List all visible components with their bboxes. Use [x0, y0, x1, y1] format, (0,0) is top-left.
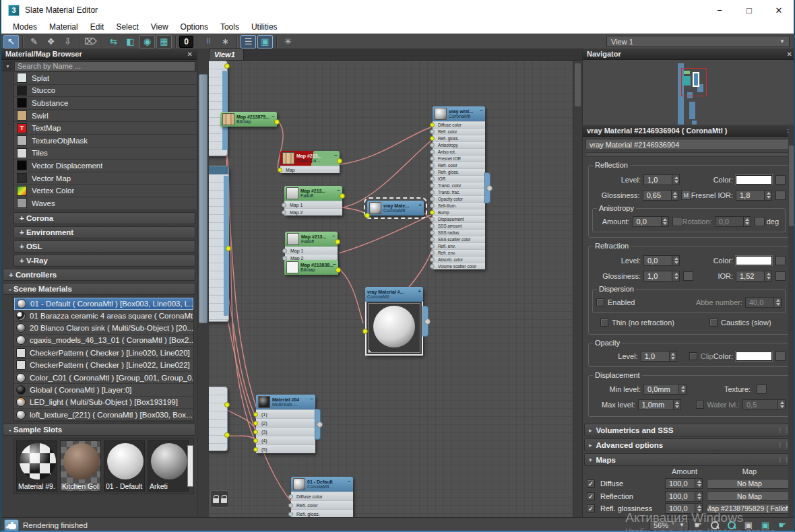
vray-material-node-selected[interactable]: vray Mate...CoronaMtl+ — [367, 201, 424, 215]
output-connector[interactable] — [484, 172, 490, 203]
menu-select[interactable]: Select — [110, 22, 144, 32]
node-collapse-icon[interactable]: − — [310, 396, 313, 402]
list-item-scene-material[interactable]: LED_light ( Multi/Sub-Object ) [Box19319… — [14, 397, 193, 409]
show-shaded-material-in-viewport-icon[interactable]: ◉ — [139, 35, 155, 48]
sample-slot[interactable]: Kitchen Gol... — [60, 440, 101, 492]
node-slot[interactable]: Refl. gloss. — [433, 135, 485, 141]
map-amount-spinner[interactable]: 100,0 — [665, 503, 703, 514]
reflection-glossiness-spinner[interactable]: 0,65 — [643, 190, 679, 201]
abbe-number-spinner[interactable]: 40,0 — [745, 297, 782, 308]
node-slot[interactable]: Map 1 — [284, 201, 342, 208]
zoom-region-icon[interactable] — [724, 519, 739, 531]
group-sample-slots[interactable]: - Sample Slots — [3, 424, 195, 436]
node-slot[interactable]: Absorb. color — [433, 256, 485, 263]
list-item-scene-material[interactable]: cgaxis_models_46_13_01 ( CoronaMtl ) [Bo… — [14, 335, 193, 347]
input-socket[interactable] — [362, 329, 368, 334]
browser-scrollbar[interactable] — [197, 48, 209, 517]
input-socket[interactable] — [430, 176, 435, 181]
sample-slot[interactable]: Material #9... — [16, 440, 57, 492]
group-osl[interactable]: + OSL — [13, 240, 195, 253]
reflection-color-map-button[interactable] — [775, 175, 786, 185]
node-slot[interactable]: Diffuse color — [433, 121, 485, 128]
input-socket[interactable] — [253, 412, 258, 417]
map-amount-spinner[interactable]: 100,0 — [665, 478, 703, 489]
node-header[interactable]: Material #04Multi/Sub-...− — [256, 395, 315, 409]
navigator-minimap[interactable] — [583, 60, 795, 125]
close-icon[interactable]: ✕ — [187, 51, 193, 58]
tab-view1[interactable]: View1 — [209, 48, 244, 60]
sample-slot[interactable]: 01 - Default... — [104, 440, 145, 492]
node-slot[interactable]: IOR — [433, 175, 485, 182]
node-slot[interactable]: Anisotropy — [433, 141, 485, 148]
pick-object-icon[interactable]: ✳ — [280, 35, 296, 48]
refraction-glossiness-map-button[interactable] — [683, 271, 693, 281]
list-item-map[interactable]: Stucco — [14, 85, 197, 98]
thin-refraction-checkbox[interactable] — [600, 319, 608, 327]
opacity-color-swatch[interactable] — [736, 352, 772, 361]
menu-material[interactable]: Material — [43, 22, 84, 32]
maximize-button[interactable]: □ — [734, 1, 764, 20]
node-slot[interactable]: Self-illum. — [433, 202, 485, 209]
material-name-field[interactable]: vray Material #2146936904 — [585, 139, 794, 150]
opacity-level-spinner[interactable]: 1,0 — [641, 351, 677, 362]
node-slot[interactable]: Transl. color — [433, 182, 485, 189]
max-level-spinner[interactable]: 1,0mm — [638, 399, 681, 410]
input-socket[interactable] — [278, 168, 282, 172]
render-map-icon[interactable]: ❖ — [43, 35, 59, 48]
show-end-result-icon[interactable]: 0 — [179, 36, 193, 48]
material-map-browser-toggle-icon[interactable]: ☰ — [241, 35, 256, 48]
node-slot[interactable]: (4) — [256, 436, 315, 444]
input-socket[interactable] — [288, 503, 293, 508]
map-enable-checkbox[interactable]: ✓ — [587, 492, 595, 500]
menu-view[interactable]: View — [145, 22, 174, 32]
refraction-glossiness-spinner[interactable]: 1,0 — [643, 271, 680, 281]
output-socket[interactable] — [224, 402, 230, 407]
multi-sub-node[interactable]: Material #04Multi/Sub-...−(1)(2)(3)(4)(5… — [256, 395, 315, 453]
zoom-level-dropdown[interactable]: 56% ▼ — [649, 520, 689, 531]
input-socket[interactable] — [430, 149, 435, 154]
input-socket[interactable] — [430, 170, 435, 174]
hide-unused-nodeslots-icon[interactable]: ⇆ — [106, 35, 121, 48]
water-level-checkbox[interactable] — [696, 401, 704, 409]
refraction-color-map-button[interactable] — [775, 256, 786, 265]
output-connector[interactable] — [315, 409, 321, 440]
node-slot[interactable]: (1) — [256, 409, 315, 418]
node-header[interactable]: vray whit...CoronaMtl− — [433, 106, 485, 121]
pan-hand-icon[interactable]: ☛ — [691, 519, 705, 531]
node-slot[interactable]: Refl. color — [291, 500, 353, 509]
list-item-map[interactable]: TTextMap — [14, 122, 197, 135]
node-slot[interactable]: Aniso rot. — [433, 148, 485, 155]
list-item-map[interactable]: TextureObjMask — [14, 135, 197, 147]
list-item-map[interactable]: Substance — [14, 97, 197, 110]
navigator-header[interactable]: Navigator ✕ — [583, 48, 795, 60]
node-slot[interactable]: Refr. gloss. — [433, 168, 485, 175]
clipped-node[interactable] — [209, 387, 228, 451]
pick-material-from-object-icon[interactable]: ✎ — [26, 35, 42, 48]
node-slot[interactable]: SSS amount — [433, 222, 485, 229]
list-item-map[interactable]: Vector Map — [14, 172, 197, 185]
node-header[interactable]: Map #213838...Bitmap− — [284, 260, 338, 275]
node-collapse-icon[interactable]: − — [334, 152, 338, 158]
node-header[interactable]: vray Material #...CoronaMtl+ — [365, 287, 423, 302]
list-item-map[interactable]: Tiles — [14, 147, 197, 160]
displacement-texture-button[interactable] — [757, 385, 767, 394]
input-socket[interactable] — [430, 257, 435, 262]
sample-slots-scrollbar[interactable] — [187, 445, 193, 487]
dispersion-enabled-checkbox[interactable] — [596, 298, 604, 306]
fresnel-ior-map-button[interactable] — [775, 191, 786, 200]
node-header[interactable]: Map #213...Falloff− — [285, 232, 338, 246]
node-slot[interactable]: (5) — [256, 444, 315, 453]
input-socket[interactable] — [288, 494, 293, 499]
node-header[interactable]: vray Mate...CoronaMtl+ — [367, 201, 424, 215]
menu-utilities[interactable]: Utilities — [245, 22, 284, 32]
group-v-ray[interactable]: + V-Ray — [13, 255, 195, 267]
node-canvas[interactable]: Map #213879...Bitmap−Map #213...Color Co… — [209, 61, 573, 517]
put-to-library-icon[interactable]: ⇩ — [60, 35, 75, 48]
node-header[interactable]: Map #213...Color Cor...− — [280, 151, 340, 166]
node-slot[interactable]: SSS scatter color — [433, 236, 485, 242]
node-slot[interactable]: Map 1 — [285, 246, 338, 254]
opacity-clip-checkbox[interactable] — [689, 352, 697, 360]
list-item-scene-material[interactable]: CheckerPattern ( Checker ) [Line020, Lin… — [14, 347, 193, 359]
layout-children-icon[interactable]: ∗ — [218, 35, 233, 48]
node-slot[interactable]: Refl. gloss. — [291, 509, 353, 517]
